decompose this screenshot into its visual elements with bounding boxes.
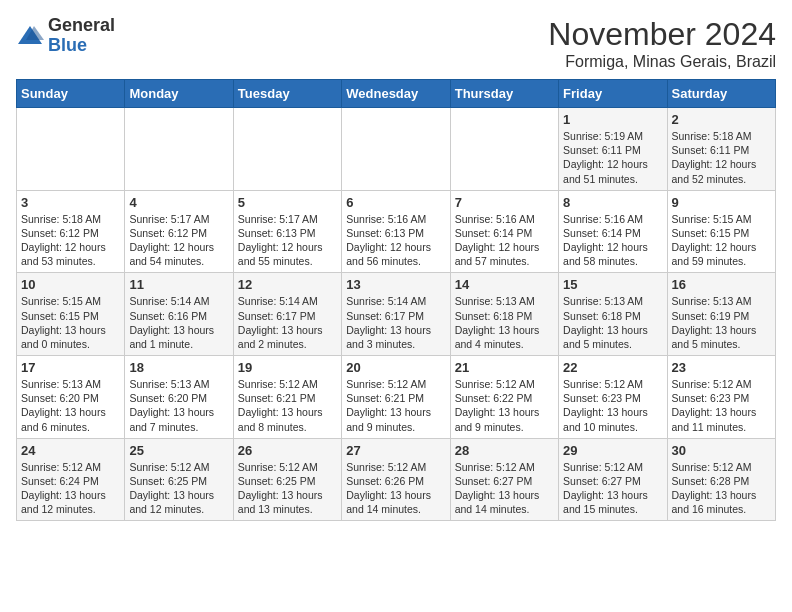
calendar-cell: 8Sunrise: 5:16 AM Sunset: 6:14 PM Daylig… bbox=[559, 190, 667, 273]
calendar-week-row: 3Sunrise: 5:18 AM Sunset: 6:12 PM Daylig… bbox=[17, 190, 776, 273]
calendar-cell: 13Sunrise: 5:14 AM Sunset: 6:17 PM Dayli… bbox=[342, 273, 450, 356]
day-number: 8 bbox=[563, 195, 662, 210]
day-info: Sunrise: 5:12 AM Sunset: 6:27 PM Dayligh… bbox=[563, 460, 662, 517]
logo-text: General Blue bbox=[48, 16, 115, 56]
day-info: Sunrise: 5:14 AM Sunset: 6:17 PM Dayligh… bbox=[238, 294, 337, 351]
day-info: Sunrise: 5:12 AM Sunset: 6:22 PM Dayligh… bbox=[455, 377, 554, 434]
calendar-cell: 30Sunrise: 5:12 AM Sunset: 6:28 PM Dayli… bbox=[667, 438, 775, 521]
day-number: 20 bbox=[346, 360, 445, 375]
day-info: Sunrise: 5:16 AM Sunset: 6:13 PM Dayligh… bbox=[346, 212, 445, 269]
calendar-cell: 20Sunrise: 5:12 AM Sunset: 6:21 PM Dayli… bbox=[342, 356, 450, 439]
day-info: Sunrise: 5:12 AM Sunset: 6:25 PM Dayligh… bbox=[238, 460, 337, 517]
location-title: Formiga, Minas Gerais, Brazil bbox=[548, 53, 776, 71]
day-number: 28 bbox=[455, 443, 554, 458]
day-number: 14 bbox=[455, 277, 554, 292]
day-number: 23 bbox=[672, 360, 771, 375]
calendar-cell: 29Sunrise: 5:12 AM Sunset: 6:27 PM Dayli… bbox=[559, 438, 667, 521]
day-number: 11 bbox=[129, 277, 228, 292]
day-number: 15 bbox=[563, 277, 662, 292]
weekday-header-row: SundayMondayTuesdayWednesdayThursdayFrid… bbox=[17, 80, 776, 108]
day-number: 5 bbox=[238, 195, 337, 210]
day-number: 1 bbox=[563, 112, 662, 127]
calendar-week-row: 10Sunrise: 5:15 AM Sunset: 6:15 PM Dayli… bbox=[17, 273, 776, 356]
day-info: Sunrise: 5:12 AM Sunset: 6:27 PM Dayligh… bbox=[455, 460, 554, 517]
day-info: Sunrise: 5:13 AM Sunset: 6:18 PM Dayligh… bbox=[455, 294, 554, 351]
day-number: 30 bbox=[672, 443, 771, 458]
day-info: Sunrise: 5:15 AM Sunset: 6:15 PM Dayligh… bbox=[21, 294, 120, 351]
day-number: 25 bbox=[129, 443, 228, 458]
calendar-cell: 26Sunrise: 5:12 AM Sunset: 6:25 PM Dayli… bbox=[233, 438, 341, 521]
calendar-cell: 12Sunrise: 5:14 AM Sunset: 6:17 PM Dayli… bbox=[233, 273, 341, 356]
day-number: 12 bbox=[238, 277, 337, 292]
day-number: 17 bbox=[21, 360, 120, 375]
calendar-week-row: 17Sunrise: 5:13 AM Sunset: 6:20 PM Dayli… bbox=[17, 356, 776, 439]
calendar-cell: 24Sunrise: 5:12 AM Sunset: 6:24 PM Dayli… bbox=[17, 438, 125, 521]
day-info: Sunrise: 5:17 AM Sunset: 6:12 PM Dayligh… bbox=[129, 212, 228, 269]
calendar-cell: 17Sunrise: 5:13 AM Sunset: 6:20 PM Dayli… bbox=[17, 356, 125, 439]
day-number: 27 bbox=[346, 443, 445, 458]
calendar-cell bbox=[233, 108, 341, 191]
calendar-cell: 3Sunrise: 5:18 AM Sunset: 6:12 PM Daylig… bbox=[17, 190, 125, 273]
header: General Blue November 2024 Formiga, Mina… bbox=[16, 16, 776, 71]
calendar-cell: 22Sunrise: 5:12 AM Sunset: 6:23 PM Dayli… bbox=[559, 356, 667, 439]
calendar-cell bbox=[125, 108, 233, 191]
calendar-week-row: 24Sunrise: 5:12 AM Sunset: 6:24 PM Dayli… bbox=[17, 438, 776, 521]
day-number: 16 bbox=[672, 277, 771, 292]
title-area: November 2024 Formiga, Minas Gerais, Bra… bbox=[548, 16, 776, 71]
day-number: 2 bbox=[672, 112, 771, 127]
day-number: 6 bbox=[346, 195, 445, 210]
calendar-cell: 6Sunrise: 5:16 AM Sunset: 6:13 PM Daylig… bbox=[342, 190, 450, 273]
calendar-table: SundayMondayTuesdayWednesdayThursdayFrid… bbox=[16, 79, 776, 521]
day-number: 7 bbox=[455, 195, 554, 210]
day-info: Sunrise: 5:12 AM Sunset: 6:28 PM Dayligh… bbox=[672, 460, 771, 517]
calendar-cell: 27Sunrise: 5:12 AM Sunset: 6:26 PM Dayli… bbox=[342, 438, 450, 521]
calendar-cell bbox=[342, 108, 450, 191]
calendar-cell bbox=[17, 108, 125, 191]
weekday-header-tuesday: Tuesday bbox=[233, 80, 341, 108]
weekday-header-thursday: Thursday bbox=[450, 80, 558, 108]
day-number: 10 bbox=[21, 277, 120, 292]
day-info: Sunrise: 5:13 AM Sunset: 6:20 PM Dayligh… bbox=[21, 377, 120, 434]
day-info: Sunrise: 5:12 AM Sunset: 6:25 PM Dayligh… bbox=[129, 460, 228, 517]
day-info: Sunrise: 5:13 AM Sunset: 6:19 PM Dayligh… bbox=[672, 294, 771, 351]
month-title: November 2024 bbox=[548, 16, 776, 53]
calendar-cell: 21Sunrise: 5:12 AM Sunset: 6:22 PM Dayli… bbox=[450, 356, 558, 439]
day-info: Sunrise: 5:17 AM Sunset: 6:13 PM Dayligh… bbox=[238, 212, 337, 269]
calendar-cell: 11Sunrise: 5:14 AM Sunset: 6:16 PM Dayli… bbox=[125, 273, 233, 356]
day-info: Sunrise: 5:16 AM Sunset: 6:14 PM Dayligh… bbox=[563, 212, 662, 269]
calendar-cell: 4Sunrise: 5:17 AM Sunset: 6:12 PM Daylig… bbox=[125, 190, 233, 273]
day-info: Sunrise: 5:19 AM Sunset: 6:11 PM Dayligh… bbox=[563, 129, 662, 186]
day-number: 26 bbox=[238, 443, 337, 458]
day-number: 22 bbox=[563, 360, 662, 375]
day-number: 24 bbox=[21, 443, 120, 458]
day-number: 9 bbox=[672, 195, 771, 210]
calendar-cell: 7Sunrise: 5:16 AM Sunset: 6:14 PM Daylig… bbox=[450, 190, 558, 273]
calendar-header: SundayMondayTuesdayWednesdayThursdayFrid… bbox=[17, 80, 776, 108]
logo-icon bbox=[16, 22, 44, 50]
day-info: Sunrise: 5:12 AM Sunset: 6:21 PM Dayligh… bbox=[238, 377, 337, 434]
calendar-cell: 9Sunrise: 5:15 AM Sunset: 6:15 PM Daylig… bbox=[667, 190, 775, 273]
calendar-cell: 18Sunrise: 5:13 AM Sunset: 6:20 PM Dayli… bbox=[125, 356, 233, 439]
day-number: 21 bbox=[455, 360, 554, 375]
day-number: 3 bbox=[21, 195, 120, 210]
day-info: Sunrise: 5:16 AM Sunset: 6:14 PM Dayligh… bbox=[455, 212, 554, 269]
logo: General Blue bbox=[16, 16, 115, 56]
day-info: Sunrise: 5:12 AM Sunset: 6:23 PM Dayligh… bbox=[672, 377, 771, 434]
day-info: Sunrise: 5:15 AM Sunset: 6:15 PM Dayligh… bbox=[672, 212, 771, 269]
day-info: Sunrise: 5:14 AM Sunset: 6:16 PM Dayligh… bbox=[129, 294, 228, 351]
weekday-header-wednesday: Wednesday bbox=[342, 80, 450, 108]
calendar-cell: 1Sunrise: 5:19 AM Sunset: 6:11 PM Daylig… bbox=[559, 108, 667, 191]
weekday-header-friday: Friday bbox=[559, 80, 667, 108]
calendar-cell: 19Sunrise: 5:12 AM Sunset: 6:21 PM Dayli… bbox=[233, 356, 341, 439]
calendar-cell: 10Sunrise: 5:15 AM Sunset: 6:15 PM Dayli… bbox=[17, 273, 125, 356]
day-info: Sunrise: 5:13 AM Sunset: 6:20 PM Dayligh… bbox=[129, 377, 228, 434]
calendar-week-row: 1Sunrise: 5:19 AM Sunset: 6:11 PM Daylig… bbox=[17, 108, 776, 191]
day-info: Sunrise: 5:13 AM Sunset: 6:18 PM Dayligh… bbox=[563, 294, 662, 351]
day-info: Sunrise: 5:12 AM Sunset: 6:24 PM Dayligh… bbox=[21, 460, 120, 517]
weekday-header-sunday: Sunday bbox=[17, 80, 125, 108]
weekday-header-saturday: Saturday bbox=[667, 80, 775, 108]
day-number: 19 bbox=[238, 360, 337, 375]
day-info: Sunrise: 5:18 AM Sunset: 6:12 PM Dayligh… bbox=[21, 212, 120, 269]
calendar-cell: 23Sunrise: 5:12 AM Sunset: 6:23 PM Dayli… bbox=[667, 356, 775, 439]
day-number: 13 bbox=[346, 277, 445, 292]
